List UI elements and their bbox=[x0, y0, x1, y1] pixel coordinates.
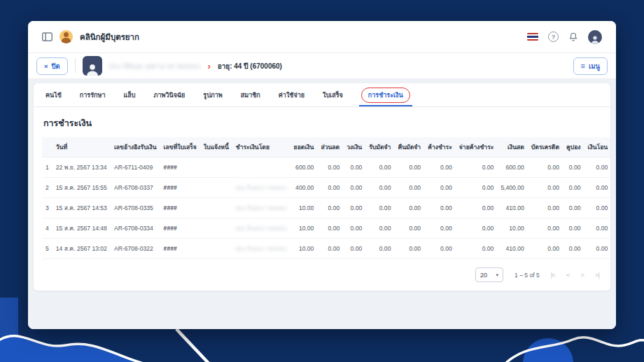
close-icon: × bbox=[44, 62, 48, 70]
cell-amount: 10.00 bbox=[290, 218, 318, 239]
cell-date: 15 ส.ค. 2567 14:48 bbox=[52, 218, 111, 239]
redacted-payer-text: คุณ จินตนา ทดสอบ bbox=[236, 245, 287, 252]
cell-due: 0.00 bbox=[424, 198, 456, 218]
tab-7[interactable]: ค่าใช้จ่าย bbox=[270, 83, 314, 106]
app-bar-left: คลินิกผู้มีบุตรยาก bbox=[42, 30, 139, 43]
tab-bar: คนไข้การรักษาแล็บภาพวินิจฉัยรูปภาพสมาชิก… bbox=[34, 83, 610, 107]
user-avatar[interactable] bbox=[588, 30, 602, 44]
rows-per-page-select[interactable]: 20 ▾ bbox=[475, 267, 503, 282]
cell-invoice bbox=[200, 198, 232, 218]
table-row[interactable]: 315 ส.ค. 2567 14:53AR-6708-0335####คุณ จ… bbox=[42, 198, 610, 218]
redacted-payer-text: คุณ จินตนา ทดสอบ bbox=[236, 225, 287, 232]
cell-credit: 0.00 bbox=[343, 178, 365, 198]
tab-8[interactable]: ใบเสร็จ bbox=[314, 83, 352, 106]
cell-deposit_out: 0.00 bbox=[394, 158, 424, 178]
cell-deposit_out: 0.00 bbox=[394, 218, 424, 239]
cell-amount: 10.00 bbox=[290, 198, 318, 218]
column-header-receipt_no: เลขที่ใบเสร็จ bbox=[160, 137, 200, 158]
cell-invoice bbox=[200, 239, 232, 259]
cell-coupon: 0.00 bbox=[563, 178, 584, 198]
tab-label: ใบเสร็จ bbox=[323, 90, 343, 100]
divider bbox=[75, 59, 76, 73]
payments-table: วันที่เลขอ้างอิงรับเงินเลขที่ใบเสร็จใบแจ… bbox=[42, 137, 610, 259]
notifications-bell-icon[interactable] bbox=[568, 32, 578, 42]
cell-card: 0.00 bbox=[528, 178, 563, 198]
prev-page-icon[interactable]: < bbox=[566, 271, 570, 279]
tab-label: สมาชิก bbox=[241, 90, 260, 100]
column-header-cash: เงินสด bbox=[497, 137, 527, 158]
cell-payer: คุณ จินตนา ทดสอบ bbox=[232, 198, 290, 218]
cell-due_paid: 0.00 bbox=[456, 218, 498, 239]
cell-ref: AR-6711-0409 bbox=[111, 158, 160, 178]
cell-deposit_in: 0.00 bbox=[365, 239, 394, 259]
cell-transfer: 0.00 bbox=[584, 158, 610, 178]
table-row[interactable]: 415 ส.ค. 2567 14:48AR-6708-0334####คุณ จ… bbox=[42, 218, 610, 239]
menu-button-label: เมนู bbox=[589, 61, 600, 71]
cell-receipt_no: #### bbox=[160, 239, 200, 259]
tab-5[interactable]: รูปภาพ bbox=[194, 83, 231, 106]
cell-coupon: 0.00 bbox=[563, 158, 584, 178]
cell-receipt_no: #### bbox=[160, 218, 200, 239]
cell-num: 3 bbox=[42, 198, 52, 218]
tab-label: แล็บ bbox=[123, 90, 135, 100]
header-row: วันที่เลขอ้างอิงรับเงินเลขที่ใบเสร็จใบแจ… bbox=[42, 137, 610, 158]
table-row[interactable]: 122 พ.ย. 2567 13:34AR-6711-0409####600.0… bbox=[42, 158, 610, 178]
table-row[interactable]: 215 ส.ค. 2567 15:55AR-6708-0337####คุณ จ… bbox=[42, 178, 610, 198]
last-page-icon[interactable]: >| bbox=[595, 271, 599, 279]
tab-label: รูปภาพ bbox=[203, 90, 222, 100]
tab-4[interactable]: ภาพวินิจฉัย bbox=[145, 83, 195, 106]
close-button[interactable]: × ปิด bbox=[36, 57, 68, 75]
cell-due_paid: 0.00 bbox=[456, 178, 498, 198]
first-page-icon[interactable]: |< bbox=[551, 271, 555, 279]
close-button-label: ปิด bbox=[52, 61, 60, 71]
table-row[interactable]: 514 ส.ค. 2567 13:02AR-6708-0322####คุณ จ… bbox=[42, 239, 610, 259]
sidebar-toggle-icon[interactable] bbox=[42, 32, 52, 41]
tab-9[interactable]: การชำระเงิน bbox=[352, 83, 419, 106]
column-header-due_paid: จ่ายค้างชำระ bbox=[456, 137, 498, 158]
column-header-invoice: ใบแจ้งหนี้ bbox=[200, 137, 232, 158]
app-window: คลินิกผู้มีบุตรยาก ? × ปิด bbox=[28, 21, 616, 329]
rows-per-page-value: 20 bbox=[480, 272, 487, 279]
column-header-amount: ยอดเงิน bbox=[290, 137, 318, 158]
cell-discount: 0.00 bbox=[317, 158, 343, 178]
cell-deposit_in: 0.00 bbox=[365, 178, 394, 198]
cell-payer: คุณ จินตนา ทดสอบ bbox=[232, 178, 290, 198]
next-page-icon[interactable]: > bbox=[580, 271, 584, 279]
cell-due: 0.00 bbox=[424, 158, 456, 178]
cell-date: 15 ส.ค. 2567 14:53 bbox=[52, 198, 111, 218]
cell-discount: 0.00 bbox=[317, 239, 343, 259]
app-title: คลินิกผู้มีบุตรยาก bbox=[80, 31, 139, 43]
cell-discount: 0.00 bbox=[317, 198, 343, 218]
cell-payer bbox=[232, 158, 290, 178]
column-header-card: บัตรเครดิต bbox=[528, 137, 563, 158]
cell-date: 14 ส.ค. 2567 13:02 bbox=[52, 239, 111, 259]
cell-num: 1 bbox=[42, 158, 52, 178]
menu-button[interactable]: ≡ เมนู bbox=[573, 57, 608, 75]
cell-credit: 0.00 bbox=[343, 239, 365, 259]
payments-table-head: วันที่เลขอ้างอิงรับเงินเลขที่ใบเสร็จใบแจ… bbox=[42, 137, 610, 158]
cell-invoice bbox=[200, 178, 232, 198]
tab-label: ค่าใช้จ่าย bbox=[279, 90, 304, 100]
tab-6[interactable]: สมาชิก bbox=[232, 83, 270, 106]
cell-credit: 0.00 bbox=[343, 198, 365, 218]
cell-ref: AR-6708-0322 bbox=[111, 239, 160, 259]
cell-transfer: 0.00 bbox=[584, 198, 610, 218]
tab-2[interactable]: การรักษา bbox=[71, 83, 115, 106]
cell-cash: 10.00 bbox=[497, 218, 527, 239]
column-header-ref: เลขอ้างอิงรับเงิน bbox=[111, 137, 160, 158]
help-icon[interactable]: ? bbox=[548, 32, 559, 42]
language-flag-icon[interactable] bbox=[527, 33, 538, 41]
tab-1[interactable]: คนไข้ bbox=[36, 83, 71, 106]
cell-transfer: 0.00 bbox=[584, 218, 610, 239]
cell-date: 22 พ.ย. 2567 13:34 bbox=[52, 158, 111, 178]
patient-age-text: อายุ: 44 ปี (6700060) bbox=[218, 61, 282, 71]
cell-coupon: 0.00 bbox=[563, 198, 584, 218]
column-header-date: วันที่ bbox=[52, 137, 111, 158]
column-header-discount: ส่วนลด bbox=[317, 137, 343, 158]
column-header-deposit_in: รับมัดจำ bbox=[365, 137, 394, 158]
tab-3[interactable]: แล็บ bbox=[114, 83, 144, 106]
app-bar: คลินิกผู้มีบุตรยาก ? bbox=[28, 21, 616, 53]
cell-due_paid: 0.00 bbox=[456, 158, 498, 178]
cell-payer: คุณ จินตนา ทดสอบ bbox=[232, 218, 290, 239]
desktop-background: คลินิกผู้มีบุตรยาก ? × ปิด bbox=[0, 0, 644, 362]
